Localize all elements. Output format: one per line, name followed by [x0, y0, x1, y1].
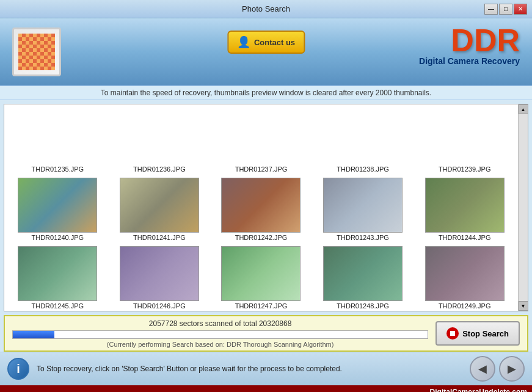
window-controls: — □ ✕ — [484, 4, 527, 15]
ddr-title: DDR — [419, 24, 520, 56]
stop-icon — [446, 327, 459, 339]
thumbnail-area: THDR01235.JPG THDR01236.JPG THDR01237.JP… — [4, 104, 528, 311]
thumb-cell-1245[interactable]: THDR01245.JPG — [7, 244, 109, 311]
thumbnail-1241 — [120, 178, 199, 233]
thumb-cell-1238[interactable]: THDR01238.JPG — [312, 107, 414, 175]
ddr-subtitle: Digital Camera Recovery — [419, 56, 520, 66]
stop-search-button[interactable]: Stop Search — [435, 321, 520, 346]
stop-search-label: Stop Search — [462, 329, 509, 338]
thumb-label-1235: THDR01235.JPG — [32, 165, 84, 173]
thumbnail-1244 — [425, 178, 505, 233]
thumb-label-1241: THDR01241.JPG — [133, 234, 186, 241]
contact-button[interactable]: 👤 Contact us — [227, 31, 305, 54]
thumb-cell-1247[interactable]: THDR01247.JPG — [210, 244, 312, 311]
thumbnail-1245 — [18, 246, 97, 301]
progress-bar — [12, 330, 428, 339]
thumb-cell-1244[interactable]: THDR01244.JPG — [414, 175, 516, 244]
thumbnail-1248 — [323, 246, 403, 301]
footer-bar: i To Stop recovery, click on 'Stop Searc… — [0, 352, 532, 385]
progress-area: 2057728 sectors scanned of total 2032086… — [4, 315, 528, 352]
logo-checker-icon — [18, 34, 55, 70]
thumbnail-1249 — [425, 246, 505, 301]
thumb-label-1247: THDR01247.JPG — [235, 302, 288, 310]
thumb-cell-1249[interactable]: THDR01249.JPG — [414, 244, 516, 311]
footer-text: To Stop recovery, click on 'Stop Search'… — [37, 365, 462, 373]
thumb-cell-1248[interactable]: THDR01248.JPG — [312, 244, 414, 311]
info-bar-text: To maintain the speed of recovery, thumb… — [101, 89, 431, 97]
scroll-down-arrow[interactable]: ▼ — [519, 301, 528, 311]
thumb-label-1236: THDR01236.JPG — [133, 165, 186, 173]
progress-info: 2057728 sectors scanned of total 2032086… — [12, 319, 428, 348]
thumbnail-grid: THDR01235.JPG THDR01236.JPG THDR01237.JP… — [4, 104, 518, 311]
thumb-cell-1241[interactable]: THDR01241.JPG — [109, 175, 211, 244]
scroll-up-arrow[interactable]: ▲ — [519, 104, 528, 114]
app-header: 👤 Contact us DDR Digital Camera Recovery — [0, 18, 532, 85]
minimize-button[interactable]: — — [484, 4, 498, 15]
thumb-cell-1237[interactable]: THDR01237.JPG — [210, 107, 312, 175]
thumbnail-scrollbar[interactable]: ▲ ▼ — [518, 104, 528, 311]
thumb-label-1240: THDR01240.JPG — [32, 234, 84, 241]
brand-url: DigitalCameraUndelete.com — [430, 388, 527, 392]
thumb-label-1246: THDR01246.JPG — [133, 302, 186, 310]
navigation-buttons: ◀ ▶ — [470, 356, 525, 382]
maximize-button[interactable]: □ — [499, 4, 512, 15]
thumbnail-1242 — [221, 178, 301, 233]
info-icon: i — [7, 358, 29, 380]
thumb-cell-1236[interactable]: THDR01236.JPG — [109, 107, 211, 175]
info-bar: To maintain the speed of recovery, thumb… — [0, 85, 532, 100]
thumb-cell-1242[interactable]: THDR01242.JPG — [210, 175, 312, 244]
titlebar-title: Photo Search — [242, 4, 290, 13]
forward-button[interactable]: ▶ — [499, 356, 525, 382]
thumb-label-1245: THDR01245.JPG — [32, 302, 84, 310]
thumbnail-1247 — [221, 246, 301, 301]
progress-bar-fill — [13, 331, 54, 338]
total-sectors-value: 20320868 — [259, 319, 291, 328]
thumb-label-1243: THDR01243.JPG — [337, 234, 389, 241]
back-button[interactable]: ◀ — [470, 356, 495, 382]
titlebar: Photo Search — □ ✕ — [0, 0, 532, 18]
progress-algorithm-text: (Currently performing Search based on: D… — [12, 341, 428, 348]
thumb-cell-1243[interactable]: THDR01243.JPG — [312, 175, 414, 244]
thumb-cell-1235[interactable]: THDR01235.JPG — [7, 107, 109, 175]
thumb-label-1239: THDR01239.JPG — [439, 165, 491, 173]
contact-label: Contact us — [254, 38, 295, 47]
thumb-cell-1239[interactable]: THDR01239.JPG — [414, 107, 516, 175]
thumb-label-1242: THDR01242.JPG — [235, 234, 288, 241]
progress-sectors-text: 2057728 sectors scanned of total 2032086… — [12, 319, 428, 328]
scanned-sectors-value: 2057728 — [149, 319, 178, 328]
thumb-label-1249: THDR01249.JPG — [439, 302, 491, 310]
thumb-label-1248: THDR01248.JPG — [337, 302, 389, 310]
thumbnail-1246 — [120, 246, 199, 301]
brand-bar: DigitalCameraUndelete.com — [0, 385, 532, 392]
thumb-label-1244: THDR01244.JPG — [439, 234, 491, 241]
thumb-label-1237: THDR01237.JPG — [235, 165, 288, 173]
thumbnail-1240 — [18, 178, 97, 233]
stop-square-icon — [450, 331, 455, 336]
sectors-of-label: sectors scanned of total — [180, 319, 259, 328]
thumbnail-1243 — [323, 178, 403, 233]
app-logo — [12, 27, 61, 76]
thumb-cell-1240[interactable]: THDR01240.JPG — [7, 175, 109, 244]
ddr-brand: DDR Digital Camera Recovery — [419, 24, 520, 66]
thumb-cell-1246[interactable]: THDR01246.JPG — [109, 244, 211, 311]
thumb-label-1238: THDR01238.JPG — [337, 165, 389, 173]
close-button[interactable]: ✕ — [514, 4, 527, 15]
